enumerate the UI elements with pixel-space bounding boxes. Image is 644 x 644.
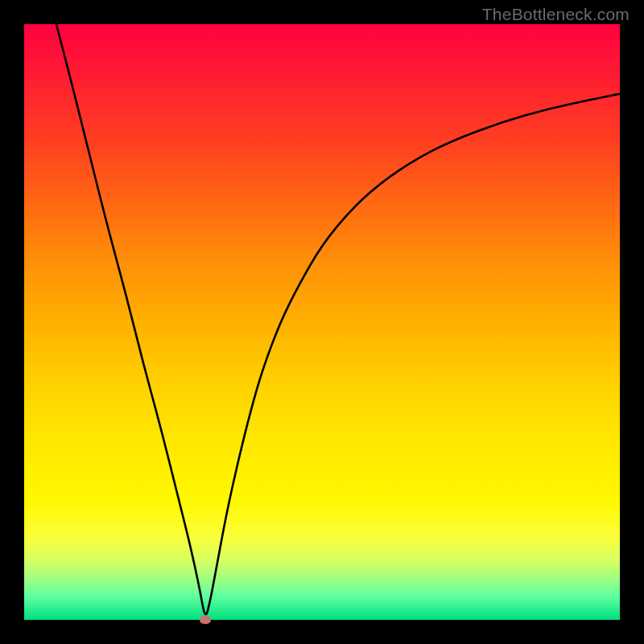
plot-area [24, 24, 620, 620]
chart-container: TheBottleneck.com [0, 0, 644, 644]
min-point-marker [200, 616, 211, 624]
bottleneck-curve [56, 24, 620, 614]
curve-svg [24, 24, 620, 620]
watermark-text: TheBottleneck.com [482, 5, 630, 24]
